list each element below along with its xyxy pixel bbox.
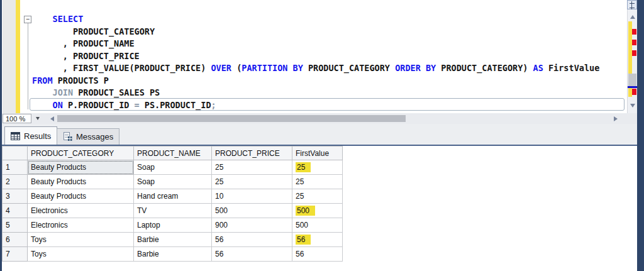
grid-cell[interactable]: Beauty Products	[28, 175, 134, 189]
caret-position-marker	[628, 86, 637, 88]
grid-column-header[interactable]: PRODUCT_PRICE	[212, 146, 292, 160]
code-token: SELECT	[53, 14, 84, 24]
grid-cell[interactable]: 56	[212, 233, 292, 247]
grid-cell[interactable]: Electronics	[28, 204, 134, 218]
code-token: PRODUCT_CATEGORY	[32, 26, 155, 36]
grid-cell[interactable]: Toys	[28, 233, 134, 247]
grid-cell[interactable]: Laptop	[134, 218, 212, 233]
highlighted-value: 25	[296, 162, 311, 172]
tab-results-label: Results	[24, 131, 51, 141]
code-line[interactable]: , FIRST_VALUE(PRODUCT_PRICE) OVER (PARTI…	[2, 62, 627, 75]
splitter-grip-icon	[630, 3, 635, 8]
grid-cell[interactable]: 500	[292, 218, 343, 233]
table-row: 7ToysBarbie5656	[2, 247, 343, 262]
code-token: PARTITION BY	[242, 63, 303, 73]
tab-results[interactable]: Results	[4, 126, 57, 145]
triangle-up-icon	[630, 15, 635, 19]
grid-cell[interactable]: 56	[292, 247, 343, 262]
horizontal-scroll-thumb[interactable]	[57, 115, 406, 122]
code-token: )	[523, 63, 533, 73]
query-window: − SELECT PRODUCT_CATEGORY , PRODUCT_NAME…	[2, 0, 637, 271]
grid-cell[interactable]: 25	[212, 175, 292, 189]
grid-cell[interactable]: 500	[212, 204, 292, 218]
scroll-right-button[interactable]	[611, 113, 621, 124]
vertical-scroll-thumb[interactable]	[628, 74, 636, 86]
grid-cell[interactable]: 500	[292, 204, 343, 218]
triangle-left-icon	[50, 116, 54, 121]
scroll-left-button[interactable]	[47, 113, 57, 124]
table-row: 3Beauty ProductsHand cream1025	[2, 189, 343, 204]
grid-cell[interactable]: 56	[212, 247, 292, 262]
triangle-right-icon	[614, 116, 618, 121]
code-token: ORDER BY	[395, 63, 436, 73]
grid-cell[interactable]: 56	[292, 233, 343, 247]
grid-cell[interactable]: Hand cream	[134, 189, 212, 204]
grid-cell[interactable]: 25	[292, 160, 343, 175]
ssms-window: − SELECT PRODUCT_CATEGORY , PRODUCT_NAME…	[0, 0, 644, 271]
tab-messages[interactable]: Messages	[57, 128, 119, 145]
code-line[interactable]: , PRODUCT_PRICE	[2, 50, 627, 63]
zoom-level-select[interactable]: 100 %	[3, 114, 31, 123]
grid-cell[interactable]: TV	[134, 204, 212, 218]
code-token: FirstValue	[543, 63, 599, 73]
messages-icon	[63, 132, 72, 141]
code-token: FROM	[32, 75, 53, 86]
grid-cell[interactable]: Barbie	[134, 233, 212, 247]
code-token: , PRODUCT_PRICE	[32, 51, 140, 61]
results-grid-icon	[11, 132, 20, 140]
grid-cell[interactable]: 25	[292, 175, 343, 189]
grid-cell[interactable]: Beauty Products	[28, 160, 134, 175]
grid-cell[interactable]: 25	[212, 160, 292, 175]
table-row: 5ElectronicsLaptop900500	[2, 218, 343, 233]
grid-cell[interactable]: Toys	[28, 247, 134, 262]
grid-column-header[interactable]: PRODUCT_CATEGORY	[28, 146, 134, 160]
row-number[interactable]: 1	[2, 160, 28, 175]
grid-cell[interactable]: 25	[292, 189, 343, 204]
results-grid[interactable]: PRODUCT_CATEGORYPRODUCT_NAMEPRODUCT_PRIC…	[2, 146, 343, 262]
editor-vertical-scrollbar[interactable]	[627, 0, 637, 113]
scroll-down-button[interactable]	[628, 99, 637, 112]
code-line[interactable]: FROM PRODUCTS P	[2, 75, 627, 87]
grid-column-header[interactable]: PRODUCT_NAME	[134, 146, 212, 160]
grid-cell[interactable]: Electronics	[28, 218, 134, 233]
row-number[interactable]: 7	[2, 247, 28, 262]
grid-cell[interactable]: Beauty Products	[28, 189, 134, 204]
grid-cell[interactable]: Soap	[134, 160, 212, 175]
sql-editor[interactable]: − SELECT PRODUCT_CATEGORY , PRODUCT_NAME…	[2, 0, 637, 113]
row-number[interactable]: 2	[2, 175, 28, 189]
row-number[interactable]: 6	[2, 233, 28, 247]
code-token: , FIRST_VALUE(PRODUCT_PRICE)	[32, 63, 211, 73]
grid-cell[interactable]: Soap	[134, 175, 212, 189]
zoom-dropdown-button[interactable]	[33, 114, 43, 123]
code-token: PRODUCT_SALES PS	[73, 87, 160, 97]
table-row: 6ToysBarbie5656	[2, 233, 343, 247]
scrollbar-red-marker	[632, 29, 636, 35]
code-line[interactable]: JOIN PRODUCT_SALES PS	[2, 87, 627, 99]
highlighted-value: 56	[296, 235, 311, 245]
tab-messages-label: Messages	[76, 132, 113, 141]
table-row: 1Beauty ProductsSoap2525	[2, 160, 343, 175]
code-token: PRODUCTS P	[53, 75, 109, 86]
code-token: PRODUCT_CATEGORY	[303, 63, 395, 73]
grid-corner-header[interactable]	[2, 146, 28, 160]
code-line[interactable]: SELECT	[2, 13, 627, 26]
grid-cell[interactable]: Barbie	[134, 247, 212, 262]
current-line-outline	[30, 98, 625, 111]
highlighted-value: 500	[296, 206, 315, 216]
code-line[interactable]: PRODUCT_CATEGORY	[2, 26, 627, 38]
grid-cell[interactable]: 10	[212, 189, 292, 204]
row-number[interactable]: 3	[2, 189, 28, 204]
row-number[interactable]: 5	[2, 218, 28, 233]
code-token: JOIN	[53, 87, 74, 97]
code-token: OVER	[211, 63, 231, 73]
table-row: 4ElectronicsTV500500	[2, 204, 343, 218]
code-token	[32, 87, 53, 97]
code-line[interactable]: , PRODUCT_NAME	[2, 38, 627, 50]
code-token: AS	[533, 63, 543, 73]
table-row: 2Beauty ProductsSoap2525	[2, 175, 343, 189]
grid-column-header[interactable]: FirstValue	[292, 146, 343, 160]
row-number[interactable]: 4	[2, 204, 28, 218]
splitter-handle[interactable]	[627, 0, 637, 9]
editor-horizontal-scrollbar[interactable]: 100 %	[2, 113, 637, 124]
grid-cell[interactable]: 900	[212, 218, 292, 233]
